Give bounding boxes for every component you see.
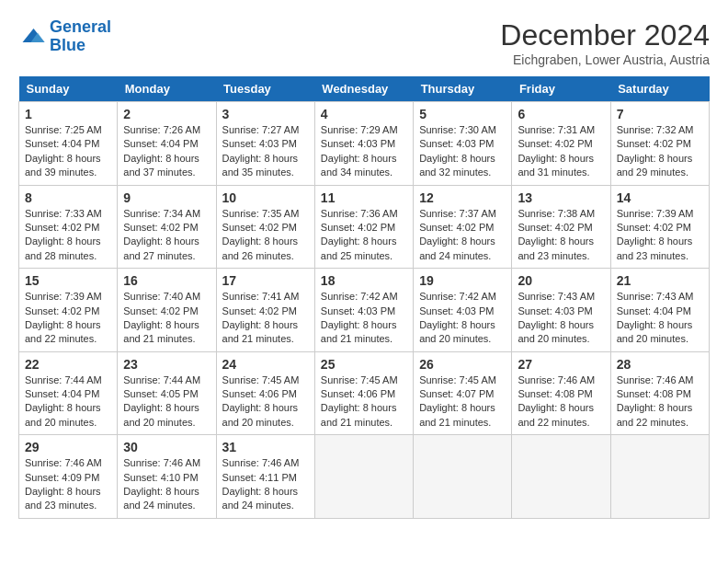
calendar-cell: 28Sunrise: 7:46 AMSunset: 4:08 PMDayligh… bbox=[610, 351, 709, 435]
cell-info: Sunrise: 7:42 AMSunset: 4:03 PMDaylight:… bbox=[321, 291, 398, 344]
logo: General Blue bbox=[18, 18, 111, 55]
day-number: 10 bbox=[222, 190, 309, 205]
col-thursday: Thursday bbox=[414, 76, 512, 102]
header-row: Sunday Monday Tuesday Wednesday Thursday… bbox=[19, 76, 710, 102]
day-number: 17 bbox=[222, 273, 309, 288]
calendar-cell: 7Sunrise: 7:32 AMSunset: 4:02 PMDaylight… bbox=[610, 102, 709, 186]
cell-info: Sunrise: 7:46 AMSunset: 4:08 PMDaylight:… bbox=[518, 374, 595, 428]
calendar-cell: 15Sunrise: 7:39 AMSunset: 4:02 PMDayligh… bbox=[19, 269, 118, 352]
day-number: 27 bbox=[518, 357, 604, 372]
day-number: 21 bbox=[617, 273, 703, 288]
cell-info: Sunrise: 7:45 AMSunset: 4:06 PMDaylight:… bbox=[222, 374, 300, 428]
day-number: 29 bbox=[25, 440, 111, 454]
cell-info: Sunrise: 7:46 AMSunset: 4:09 PMDaylight:… bbox=[25, 457, 102, 511]
calendar-cell: 20Sunrise: 7:43 AMSunset: 4:03 PMDayligh… bbox=[512, 269, 610, 352]
month-title: December 2024 bbox=[500, 18, 710, 52]
cell-info: Sunrise: 7:25 AMSunset: 4:04 PMDaylight:… bbox=[25, 124, 102, 178]
calendar-cell: 5Sunrise: 7:30 AMSunset: 4:03 PMDaylight… bbox=[414, 102, 512, 186]
day-number: 6 bbox=[518, 107, 604, 121]
calendar-cell: 19Sunrise: 7:42 AMSunset: 4:03 PMDayligh… bbox=[414, 269, 512, 352]
calendar-cell bbox=[414, 435, 512, 519]
cell-info: Sunrise: 7:39 AMSunset: 4:02 PMDaylight:… bbox=[25, 291, 102, 344]
calendar-cell: 3Sunrise: 7:27 AMSunset: 4:03 PMDaylight… bbox=[216, 102, 314, 186]
cell-info: Sunrise: 7:37 AMSunset: 4:02 PMDaylight:… bbox=[419, 208, 496, 261]
day-number: 8 bbox=[25, 190, 111, 205]
day-number: 4 bbox=[321, 107, 407, 121]
cell-info: Sunrise: 7:34 AMSunset: 4:02 PMDaylight:… bbox=[123, 208, 200, 261]
col-saturday: Saturday bbox=[610, 76, 709, 102]
logo-text: General Blue bbox=[50, 18, 111, 55]
day-number: 31 bbox=[222, 440, 309, 454]
calendar-cell: 30Sunrise: 7:46 AMSunset: 4:10 PMDayligh… bbox=[118, 435, 216, 519]
cell-info: Sunrise: 7:33 AMSunset: 4:02 PMDaylight:… bbox=[25, 208, 102, 261]
day-number: 16 bbox=[123, 273, 210, 288]
week-row-3: 15Sunrise: 7:39 AMSunset: 4:02 PMDayligh… bbox=[19, 269, 710, 352]
day-number: 20 bbox=[518, 273, 604, 288]
day-number: 1 bbox=[25, 107, 111, 121]
day-number: 26 bbox=[419, 357, 506, 372]
calendar-cell: 10Sunrise: 7:35 AMSunset: 4:02 PMDayligh… bbox=[216, 185, 314, 269]
cell-info: Sunrise: 7:40 AMSunset: 4:02 PMDaylight:… bbox=[123, 291, 200, 344]
week-row-2: 8Sunrise: 7:33 AMSunset: 4:02 PMDaylight… bbox=[19, 185, 710, 269]
day-number: 25 bbox=[321, 357, 407, 372]
calendar-cell: 21Sunrise: 7:43 AMSunset: 4:04 PMDayligh… bbox=[610, 269, 709, 352]
cell-info: Sunrise: 7:43 AMSunset: 4:03 PMDaylight:… bbox=[518, 291, 595, 344]
day-number: 2 bbox=[123, 107, 210, 121]
day-number: 28 bbox=[617, 357, 703, 372]
cell-info: Sunrise: 7:45 AMSunset: 4:07 PMDaylight:… bbox=[419, 374, 496, 428]
calendar-cell: 26Sunrise: 7:45 AMSunset: 4:07 PMDayligh… bbox=[414, 351, 512, 435]
week-row-4: 22Sunrise: 7:44 AMSunset: 4:04 PMDayligh… bbox=[19, 351, 710, 435]
cell-info: Sunrise: 7:46 AMSunset: 4:11 PMDaylight:… bbox=[222, 457, 300, 511]
cell-info: Sunrise: 7:31 AMSunset: 4:02 PMDaylight:… bbox=[518, 124, 595, 178]
cell-info: Sunrise: 7:41 AMSunset: 4:02 PMDaylight:… bbox=[222, 291, 300, 344]
calendar-cell: 9Sunrise: 7:34 AMSunset: 4:02 PMDaylight… bbox=[118, 185, 216, 269]
col-friday: Friday bbox=[512, 76, 610, 102]
day-number: 12 bbox=[419, 190, 506, 205]
day-number: 24 bbox=[222, 357, 309, 372]
calendar-cell bbox=[512, 435, 610, 519]
day-number: 7 bbox=[617, 107, 703, 121]
day-number: 30 bbox=[123, 440, 210, 454]
day-number: 9 bbox=[123, 190, 210, 205]
cell-info: Sunrise: 7:46 AMSunset: 4:08 PMDaylight:… bbox=[617, 374, 694, 428]
cell-info: Sunrise: 7:35 AMSunset: 4:02 PMDaylight:… bbox=[222, 208, 300, 261]
calendar-cell: 6Sunrise: 7:31 AMSunset: 4:02 PMDaylight… bbox=[512, 102, 610, 186]
calendar-cell: 18Sunrise: 7:42 AMSunset: 4:03 PMDayligh… bbox=[314, 269, 413, 352]
calendar-cell: 24Sunrise: 7:45 AMSunset: 4:06 PMDayligh… bbox=[216, 351, 314, 435]
page-header: General Blue December 2024 Eichgraben, L… bbox=[18, 18, 710, 67]
day-number: 13 bbox=[518, 190, 604, 205]
calendar-cell: 31Sunrise: 7:46 AMSunset: 4:11 PMDayligh… bbox=[216, 435, 314, 519]
cell-info: Sunrise: 7:45 AMSunset: 4:06 PMDaylight:… bbox=[321, 374, 398, 428]
cell-info: Sunrise: 7:42 AMSunset: 4:03 PMDaylight:… bbox=[419, 291, 496, 344]
col-sunday: Sunday bbox=[19, 76, 118, 102]
calendar-cell: 14Sunrise: 7:39 AMSunset: 4:02 PMDayligh… bbox=[610, 185, 709, 269]
calendar-cell: 22Sunrise: 7:44 AMSunset: 4:04 PMDayligh… bbox=[19, 351, 118, 435]
col-monday: Monday bbox=[118, 76, 216, 102]
cell-info: Sunrise: 7:29 AMSunset: 4:03 PMDaylight:… bbox=[321, 124, 398, 178]
week-row-5: 29Sunrise: 7:46 AMSunset: 4:09 PMDayligh… bbox=[19, 435, 710, 519]
title-block: December 2024 Eichgraben, Lower Austria,… bbox=[500, 18, 710, 67]
day-number: 22 bbox=[25, 357, 111, 372]
cell-info: Sunrise: 7:44 AMSunset: 4:05 PMDaylight:… bbox=[123, 374, 200, 428]
calendar-cell: 16Sunrise: 7:40 AMSunset: 4:02 PMDayligh… bbox=[118, 269, 216, 352]
day-number: 18 bbox=[321, 273, 407, 288]
day-number: 19 bbox=[419, 273, 506, 288]
calendar-cell: 4Sunrise: 7:29 AMSunset: 4:03 PMDaylight… bbox=[314, 102, 413, 186]
calendar-cell bbox=[610, 435, 709, 519]
day-number: 3 bbox=[222, 107, 309, 121]
calendar-cell: 29Sunrise: 7:46 AMSunset: 4:09 PMDayligh… bbox=[19, 435, 118, 519]
calendar-cell: 13Sunrise: 7:38 AMSunset: 4:02 PMDayligh… bbox=[512, 185, 610, 269]
day-number: 11 bbox=[321, 190, 407, 205]
calendar-cell: 8Sunrise: 7:33 AMSunset: 4:02 PMDaylight… bbox=[19, 185, 118, 269]
day-number: 15 bbox=[25, 273, 111, 288]
week-row-1: 1Sunrise: 7:25 AMSunset: 4:04 PMDaylight… bbox=[19, 102, 710, 186]
col-wednesday: Wednesday bbox=[314, 76, 413, 102]
day-number: 23 bbox=[123, 357, 210, 372]
calendar-cell: 1Sunrise: 7:25 AMSunset: 4:04 PMDaylight… bbox=[19, 102, 118, 186]
calendar-cell: 11Sunrise: 7:36 AMSunset: 4:02 PMDayligh… bbox=[314, 185, 413, 269]
cell-info: Sunrise: 7:43 AMSunset: 4:04 PMDaylight:… bbox=[617, 291, 694, 344]
calendar-cell: 27Sunrise: 7:46 AMSunset: 4:08 PMDayligh… bbox=[512, 351, 610, 435]
calendar-cell: 12Sunrise: 7:37 AMSunset: 4:02 PMDayligh… bbox=[414, 185, 512, 269]
logo-icon bbox=[18, 23, 46, 51]
day-number: 5 bbox=[419, 107, 506, 121]
